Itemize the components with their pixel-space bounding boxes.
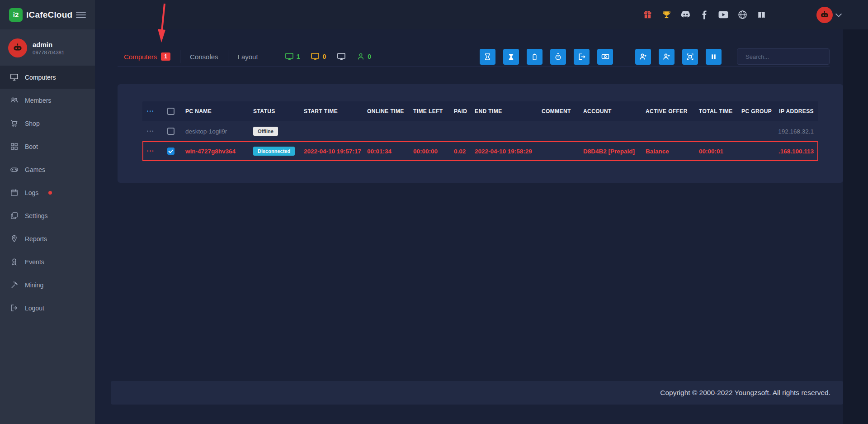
hourglass-user-button[interactable] [503, 49, 519, 65]
layers-icon [10, 211, 19, 220]
header-start-time: START TIME [300, 108, 363, 114]
status-badge: Disconnected [253, 147, 295, 156]
monitor-on-icon [285, 52, 294, 61]
table-row-selected[interactable]: ••• win-4727g8hv364 Disconnected 2022-04… [142, 141, 818, 161]
cell-active-offer: Balance [642, 148, 695, 155]
sidebar-item-logout[interactable]: Logout [0, 296, 95, 319]
user-plus2-icon [663, 52, 671, 61]
status-counters: 1 0 0 [285, 52, 371, 61]
header-pc-group: PC GROUP [738, 108, 778, 114]
pickaxe-icon [10, 281, 19, 289]
gift-icon[interactable] [642, 10, 653, 20]
cash-button[interactable] [597, 49, 613, 65]
header-active-offer: ACTIVE OFFER [642, 108, 695, 114]
hourglass-time-button[interactable] [480, 49, 495, 65]
topbar: i2 iCafeCloud [0, 0, 868, 29]
select-all-checkbox[interactable] [167, 108, 175, 115]
facebook-icon[interactable] [699, 10, 710, 20]
cell-online-time: 00:01:34 [363, 148, 410, 155]
sidebar-item-members[interactable]: Members [0, 89, 95, 112]
member-icon [357, 52, 365, 61]
brand-name: iCafeCloud [26, 10, 72, 20]
sidebar-item-computers[interactable]: Computers [0, 66, 95, 89]
pause-icon [710, 53, 717, 60]
sidebar-item-games[interactable]: Games [0, 158, 95, 181]
status-badge: Offline [253, 127, 278, 136]
header-comment: COMMENT [538, 108, 580, 114]
sidebar-item-shop[interactable]: Shop [0, 112, 95, 135]
header-time-left: TIME LEFT [410, 108, 450, 114]
header-online-time: ONLINE TIME [363, 108, 410, 114]
discord-icon[interactable] [680, 10, 691, 20]
tab-computers[interactable]: Computers 1 [118, 50, 180, 63]
main-content: Computers 1 Consoles Layout 1 0 0 [95, 29, 843, 424]
brand-logo-icon: i2 [9, 8, 23, 22]
cell-start-time: 2022-04-10 19:57:17 [300, 148, 363, 155]
add-member-button[interactable] [635, 49, 651, 65]
cell-total-time: 00:00:01 [695, 148, 738, 155]
chevron-down-icon [835, 10, 842, 17]
scan-button[interactable] [682, 49, 698, 65]
computers-table-card: ••• PC NAME STATUS START TIME ONLINE TIM… [118, 84, 843, 183]
sidebar-nav: Computers Members Shop Boot Games Logs S… [0, 66, 95, 319]
row-actions-button[interactable]: ••• [147, 149, 155, 153]
header-ip-address: IP ADDRESS [778, 108, 817, 114]
tabs-toolbar: Computers 1 Consoles Layout 1 0 0 [118, 47, 830, 67]
cell-pc-name: win-4727g8hv364 [182, 148, 250, 155]
youtube-icon[interactable] [718, 10, 729, 20]
sidebar-avatar [8, 38, 27, 57]
globe-icon[interactable] [737, 10, 748, 20]
cell-pc-name: desktop-1ogli9r [182, 128, 250, 135]
logout-icon [10, 304, 19, 312]
avatar [816, 7, 833, 23]
sidebar-item-logs[interactable]: Logs [0, 181, 95, 204]
hamburger-menu-icon[interactable] [76, 10, 86, 20]
row-checkbox-checked[interactable] [167, 148, 175, 155]
tab-layout[interactable]: Layout [228, 50, 268, 63]
row-checkbox[interactable] [167, 128, 175, 135]
monitor-icon [10, 73, 19, 81]
cell-paid: 0.02 [450, 148, 471, 155]
calendar-icon [10, 188, 19, 197]
sidebar-user-phone: 09778704381 [33, 50, 64, 55]
header-pc-name: PC NAME [182, 108, 250, 114]
column-options-button[interactable]: ••• [147, 109, 155, 114]
sidebar-item-boot[interactable]: Boot [0, 135, 95, 158]
sidebar-item-events[interactable]: Events [0, 250, 95, 273]
user-avatar-menu[interactable] [816, 7, 841, 23]
cell-ip-address: 192.168.100.113 [778, 148, 817, 155]
search-box [737, 48, 830, 65]
computers-count-badge: 1 [161, 52, 170, 61]
pcs-busy-counter: 0 [311, 52, 326, 61]
pause-button[interactable] [706, 49, 722, 65]
cell-end-time: 2022-04-10 19:58:29 [471, 148, 538, 155]
grid-icon [10, 142, 19, 151]
sidebar: admin 09778704381 Computers Members Shop… [0, 29, 95, 424]
sign-out-icon [578, 53, 585, 61]
members-online-counter: 0 [357, 52, 371, 61]
sign-out-button[interactable] [574, 49, 590, 65]
monitor-off-icon [337, 52, 346, 61]
table-header-row: ••• PC NAME STATUS START TIME ONLINE TIM… [142, 101, 818, 121]
add-guest-button[interactable] [659, 49, 675, 65]
book-icon[interactable] [756, 10, 767, 20]
battery-button[interactable] [527, 49, 542, 65]
user-plus-icon [639, 52, 647, 61]
cell-account: D8D4B2 [Prepaid] [580, 148, 642, 155]
sidebar-item-mining[interactable]: Mining [0, 273, 95, 296]
search-input[interactable] [745, 53, 825, 60]
users-icon [10, 96, 19, 105]
row-actions-button[interactable]: ••• [147, 129, 155, 133]
tab-consoles[interactable]: Consoles [180, 50, 228, 63]
sidebar-user-name: admin [33, 41, 64, 48]
cell-ip-address: 192.168.32.1 [778, 128, 817, 135]
gamepad-icon [10, 165, 19, 174]
timer-button[interactable] [550, 49, 566, 65]
sidebar-item-settings[interactable]: Settings [0, 204, 95, 227]
table-row[interactable]: ••• desktop-1ogli9r Offline 192.168.32.1 [142, 121, 818, 141]
map-pin-icon [10, 234, 19, 243]
brand-logo: i2 iCafeCloud [9, 8, 72, 22]
cash-icon [601, 52, 609, 61]
trophy-icon[interactable] [661, 10, 672, 20]
sidebar-item-reports[interactable]: Reports [0, 227, 95, 250]
